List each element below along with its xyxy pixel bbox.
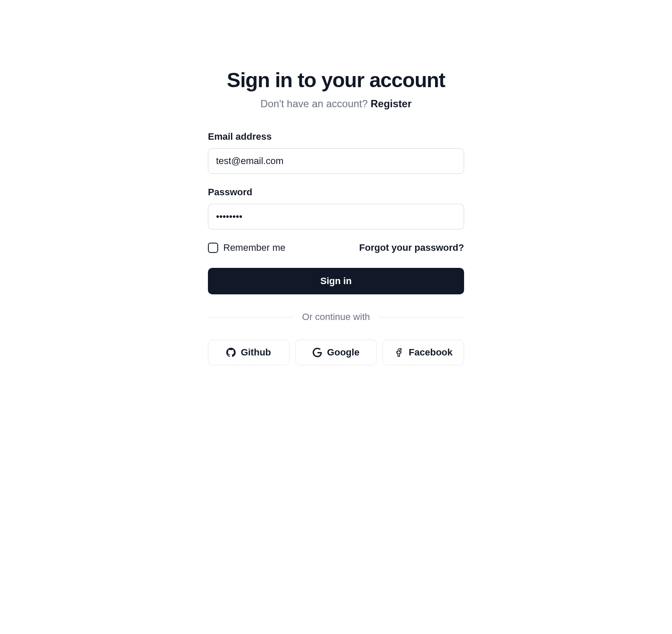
facebook-icon [394,348,403,357]
header: Sign in to your account Don't have an ac… [208,68,464,110]
github-icon [226,348,236,357]
social-buttons: Github Google Facebook [208,340,464,365]
divider-text: Or continue with [302,311,370,323]
forgot-password-link[interactable]: Forgot your password? [359,242,464,253]
remember-checkbox[interactable] [208,243,218,253]
email-label: Email address [208,131,464,142]
divider-line-right [378,317,464,317]
password-input[interactable] [208,204,464,229]
subtitle: Don't have an account? Register [208,98,464,110]
google-label: Google [327,347,359,358]
remember-label: Remember me [223,242,285,253]
register-link[interactable]: Register [371,98,412,109]
options-row: Remember me Forgot your password? [208,242,464,253]
divider: Or continue with [208,311,464,323]
signin-button[interactable]: Sign in [208,268,464,294]
password-group: Password [208,187,464,229]
github-label: Github [241,347,271,358]
divider-line-left [208,317,294,317]
google-button[interactable]: Google [295,340,377,365]
google-icon [313,348,322,357]
password-label: Password [208,187,464,198]
facebook-label: Facebook [409,347,453,358]
page-title: Sign in to your account [208,68,464,92]
email-input[interactable] [208,148,464,174]
signin-container: Sign in to your account Don't have an ac… [199,0,473,365]
subtitle-text: Don't have an account? [260,98,371,109]
remember-me: Remember me [208,242,285,253]
email-group: Email address [208,131,464,174]
facebook-button[interactable]: Facebook [383,340,464,365]
github-button[interactable]: Github [208,340,289,365]
